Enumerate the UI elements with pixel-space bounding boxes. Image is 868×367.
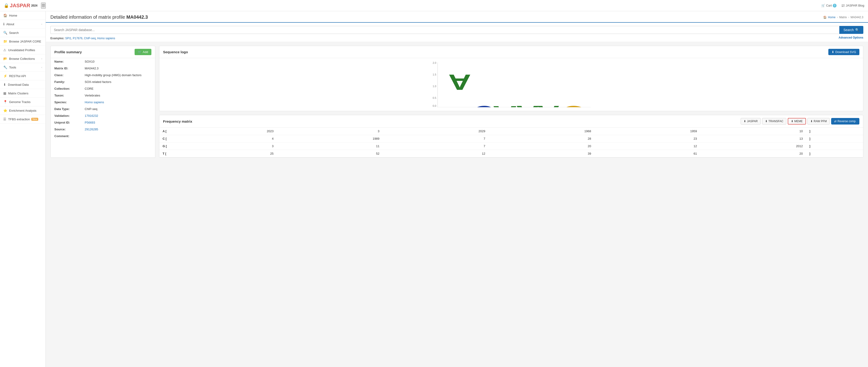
sidebar-label-search: Search [9, 31, 19, 34]
validation-link[interactable]: 17916232 [85, 114, 98, 117]
download-svg-label: Download SVG [835, 50, 856, 54]
download-svg-button[interactable]: ⬇ Download SVG [828, 49, 859, 55]
svg-text:1.0: 1.0 [433, 85, 436, 88]
species-link[interactable]: Homo sapiens [85, 101, 104, 104]
example-chip-seq[interactable]: ChIP-seq [84, 37, 96, 40]
table-row: Family: SOX-related factors [51, 79, 155, 85]
sidebar-item-genome-tracks[interactable]: 📍 Genome Tracks [0, 97, 45, 106]
nuc-a-label: A [ [159, 128, 171, 135]
field-label-family: Family: [51, 79, 81, 85]
raw-pfm-download-btn[interactable]: ⬇ RAW PFM [807, 118, 830, 124]
sidebar-item-restful-api[interactable]: ⚡ RESTful API [0, 72, 45, 80]
transfac-dl-label: TRANSFAC [768, 120, 783, 123]
right-panel: Sequence logo ⬇ Download SVG 2.0 1.5 1.0… [159, 46, 863, 158]
frequency-table: A [ 2023 3 2029 1968 1959 10 ] C [ 4 198… [159, 128, 863, 158]
table-row: Name: SOX10 [51, 58, 155, 65]
sidebar-label-home: Home [9, 14, 17, 17]
nuc-c-label: C [ [159, 135, 171, 142]
freq-row-t: T [ 25 52 12 39 61 20 ] [159, 150, 863, 158]
field-value-species: Homo sapiens [81, 99, 155, 106]
advanced-options-link[interactable]: Advanced Options [839, 36, 863, 39]
tfbs-badge: New [31, 118, 38, 121]
freq-t-col3: 12 [382, 150, 489, 158]
sidebar-item-about[interactable]: ℹ About ‹ [0, 20, 45, 28]
sidebar-item-enrichment-analysis[interactable]: ⭐ Enrichment Analysis [0, 106, 45, 115]
search-button[interactable]: Search 🔍 [839, 26, 863, 34]
jaspar-download-btn[interactable]: ⬇ JASPAR [741, 118, 761, 124]
blog-link[interactable]: 📰 JASPAR Blog [841, 4, 864, 7]
profile-summary-title: Profile summary [54, 50, 82, 54]
seq-logo-area: 2.0 1.5 1.0 0.5 0.0 A C [159, 58, 863, 111]
meme-dl-label: MEME [794, 120, 803, 123]
search-input[interactable] [51, 26, 839, 34]
meme-download-btn[interactable]: ⬇ MEME [788, 118, 806, 124]
freq-c-col3: 7 [382, 135, 489, 142]
sidebar-item-home[interactable]: 🏠 Home [0, 11, 45, 20]
svg-text:0.0: 0.0 [433, 105, 436, 107]
freq-c-col4: 28 [489, 135, 594, 142]
blog-icon: 📰 [841, 4, 845, 7]
about-icon: ℹ [3, 22, 4, 26]
blog-label: JASPAR Blog [846, 4, 864, 7]
freq-row-c: C [ 4 1989 7 28 23 13 ] [159, 135, 863, 142]
sidebar-item-browse-collections[interactable]: 📂 Browse Collections ‹ [0, 54, 45, 63]
unvalidated-icon: ⚠ [3, 48, 6, 52]
table-row: Class: High-mobility group (HMG) domain … [51, 72, 155, 79]
raw-pfm-dl-label: RAW PFM [814, 120, 827, 123]
sidebar-label-browse-core: Browse JASPAR CORE [9, 40, 41, 43]
freq-row-a: A [ 2023 3 2029 1968 1959 10 ] [159, 128, 863, 135]
uniprot-link[interactable]: P56693 [85, 121, 95, 124]
freq-t-col2: 52 [277, 150, 383, 158]
example-p17676[interactable]: P17676 [73, 37, 82, 40]
sequence-logo-card: Sequence logo ⬇ Download SVG 2.0 1.5 1.0… [159, 46, 863, 111]
cart-button[interactable]: 🛒 Cart 0 [822, 4, 837, 7]
add-btn-label: Add [143, 50, 148, 54]
search-nav-icon: 🔍 [3, 31, 7, 34]
field-label-matrix-id: Matrix ID: [51, 65, 81, 72]
content-grid: Profile summary 🛒 Add Name: SOX10 Matrix… [46, 42, 868, 162]
sidebar-label-tools: Tools [9, 66, 16, 69]
browse-core-icon: 📁 [3, 39, 7, 43]
sidebar-item-search[interactable]: 🔍 Search [0, 28, 45, 37]
search-btn-label: Search [843, 28, 854, 32]
field-value-collection: CORE [81, 85, 155, 92]
source-link[interactable]: 29126285 [85, 128, 98, 131]
freq-a-col5: 1959 [594, 128, 700, 135]
transfac-download-btn[interactable]: ⬇ TRANSFAC [762, 118, 786, 124]
sidebar-item-tools[interactable]: 🔧 Tools ‹ [0, 63, 45, 72]
sidebar-item-tfbs-extraction[interactable]: ☰ TFBS extraction New [0, 115, 45, 123]
cart-label: Cart [826, 4, 832, 7]
enrichment-icon: ⭐ [3, 109, 7, 112]
sidebar-label-tfbs: TFBS extraction [8, 117, 30, 121]
freq-g-col5: 12 [594, 142, 700, 150]
field-value-data-type: ChIP-seq [81, 106, 155, 112]
home-icon: 🏠 [3, 13, 7, 17]
tools-arrow-icon: ‹ [41, 66, 42, 69]
svg-text:G: G [559, 99, 588, 107]
svg-text:A: A [516, 101, 539, 107]
hamburger-button[interactable]: ☰ [41, 3, 46, 9]
download-icon: ⬇ [3, 83, 6, 86]
sidebar-label-restful-api: RESTful API [9, 74, 26, 78]
table-row: Comment: [51, 133, 155, 139]
breadcrumb-home-link[interactable]: Home [828, 16, 836, 19]
sidebar-item-unvalidated[interactable]: ⚠ Unvalidated Profiles [0, 46, 45, 54]
freq-t-col5: 61 [594, 150, 700, 158]
breadcrumb-sep2: › [848, 16, 849, 19]
breadcrumb-sep1: › [837, 16, 838, 19]
field-label-name: Name: [51, 58, 81, 65]
sidebar-item-download-data[interactable]: ⬇ Download Data [0, 80, 45, 89]
sidebar-label-enrichment: Enrichment Analysis [9, 109, 36, 112]
brand-logo: 🔒 JASPAR 2024 [4, 3, 37, 9]
add-button[interactable]: 🛒 Add [134, 49, 151, 55]
reverse-comp-label: Reverse comp. [837, 120, 856, 123]
table-row: Data Type: ChIP-seq [51, 106, 155, 112]
sidebar-item-matrix-clusters[interactable]: ▦ Matrix Clusters [0, 89, 45, 97]
table-row: Uniprot ID: P56693 [51, 119, 155, 126]
example-homo-sapiens[interactable]: Homo sapiens [97, 37, 115, 40]
sidebar-item-browse-core[interactable]: 📁 Browse JASPAR CORE [0, 37, 45, 46]
reverse-comp-btn[interactable]: ⇄ Reverse comp. [831, 118, 859, 124]
search-area: Search 🔍 Examples: SPI1, P17676, ChIP-se… [46, 23, 868, 42]
example-spi1[interactable]: SPI1 [65, 37, 71, 40]
raw-pfm-dl-icon: ⬇ [810, 120, 813, 123]
